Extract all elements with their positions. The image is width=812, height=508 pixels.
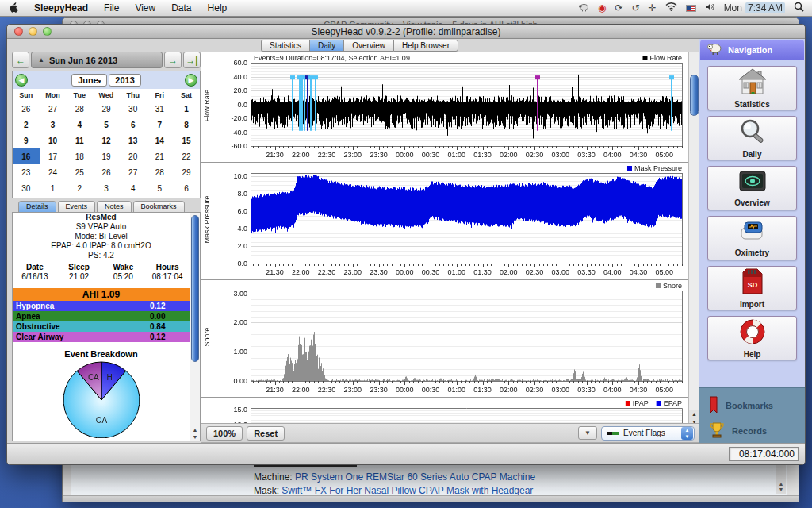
calendar-day[interactable]: 27 xyxy=(120,164,147,180)
volume-icon[interactable] xyxy=(705,2,715,13)
calendar-day[interactable]: 4 xyxy=(66,117,93,133)
nav-button-import[interactable]: SDImport xyxy=(707,266,797,310)
calendar-day[interactable]: 30 xyxy=(13,180,40,196)
calendar-day[interactable]: 16 xyxy=(13,148,40,164)
calendar-day[interactable]: 25 xyxy=(66,164,93,180)
calendar-day[interactable]: 12 xyxy=(93,133,120,148)
menubar-file[interactable]: File xyxy=(97,2,126,13)
snore-chart[interactable] xyxy=(201,280,690,394)
month-select[interactable]: June▾ xyxy=(71,74,107,87)
flow-rate-chart[interactable] xyxy=(201,52,690,159)
sidebar-item-records[interactable]: Records xyxy=(699,418,805,444)
calendar-day[interactable]: 23 xyxy=(13,164,40,180)
menubar-clock[interactable]: Mon 7:34 AM xyxy=(724,2,785,13)
menubar-data[interactable]: Data xyxy=(164,2,198,13)
calendar-day[interactable]: 2 xyxy=(13,117,40,133)
calendar-day[interactable]: 17 xyxy=(40,148,67,164)
calendar-day[interactable]: 7 xyxy=(147,117,174,133)
nav-button-help[interactable]: Help xyxy=(707,316,797,360)
nav-button-overview[interactable]: Overview xyxy=(707,166,797,210)
machine-link[interactable]: PR System One REMStar 60 Series Auto CPA… xyxy=(295,471,535,483)
calendar-day[interactable]: 1 xyxy=(173,101,200,117)
calendar-day[interactable]: 20 xyxy=(120,148,147,164)
calendar-day[interactable]: 26 xyxy=(93,164,120,180)
record-status-icon[interactable]: ◉ xyxy=(598,2,606,13)
calendar-day[interactable]: 28 xyxy=(147,164,174,180)
prev-month-button[interactable]: ◀ xyxy=(15,74,28,87)
calendar-day[interactable]: 5 xyxy=(93,117,120,133)
detail-tab-events[interactable]: Events xyxy=(58,201,96,213)
calendar-day[interactable]: 19 xyxy=(93,148,120,164)
tab-daily[interactable]: Daily xyxy=(309,40,343,52)
keyboard-access-icon[interactable]: ✛ xyxy=(649,2,657,13)
mask-link[interactable]: Swift™ FX For Her Nasal Pillow CPAP Mask… xyxy=(282,485,533,495)
calendar-day[interactable]: 3 xyxy=(93,180,120,196)
chart-scrollbar-thumb[interactable] xyxy=(690,75,699,116)
wifi-icon[interactable] xyxy=(665,2,677,13)
sheep-status-icon[interactable] xyxy=(578,2,589,14)
calendar-day[interactable]: 27 xyxy=(40,101,67,117)
nav-button-statistics[interactable]: Statistics xyxy=(707,66,797,110)
spotlight-icon[interactable] xyxy=(794,2,804,14)
calendar-day[interactable]: 29 xyxy=(93,101,120,117)
input-language-flag-icon[interactable] xyxy=(686,5,696,12)
calendar-day[interactable]: 21 xyxy=(147,148,174,164)
calendar-day[interactable]: 14 xyxy=(147,133,174,148)
graph-dropdown-button[interactable]: ▼ xyxy=(578,426,597,440)
tab-statistics[interactable]: Statistics xyxy=(261,40,309,52)
nav-button-oximetry[interactable]: Oximetry xyxy=(707,216,797,260)
calendar-day[interactable]: 22 xyxy=(173,148,200,164)
snore-panel xyxy=(201,280,699,398)
calendar-day[interactable]: 3 xyxy=(40,117,67,133)
next-day-button[interactable]: → xyxy=(164,52,182,68)
calendar-day[interactable]: 1 xyxy=(40,180,67,196)
chart-scrollbar[interactable]: ▲▼ xyxy=(688,52,699,426)
details-scrollbar-thumb[interactable] xyxy=(191,215,199,362)
app-titlebar[interactable]: SleepyHead v0.9.2-2 (Profile: dmlinparad… xyxy=(7,25,805,39)
calendar-day[interactable]: 15 xyxy=(173,133,200,148)
detail-tab-bookmarks[interactable]: Bookmarks xyxy=(133,201,185,213)
calendar-day[interactable]: 18 xyxy=(66,148,93,164)
prev-day-button[interactable]: ← xyxy=(12,52,29,68)
menubar-app-menu[interactable]: SleepyHead xyxy=(27,2,95,13)
calendar-day[interactable]: 5 xyxy=(147,180,174,196)
calendar-day[interactable]: 13 xyxy=(120,133,147,148)
calendar-day[interactable]: 4 xyxy=(120,180,147,196)
nav-button-daily[interactable]: Daily xyxy=(707,116,797,160)
calendar-day[interactable]: 29 xyxy=(173,164,200,180)
scroll-down-icon[interactable]: ▼ xyxy=(190,434,200,440)
detail-tab-details[interactable]: Details xyxy=(18,201,56,213)
tab-help-browser[interactable]: Help Browser xyxy=(393,40,458,52)
calendar-day[interactable]: 30 xyxy=(120,101,147,117)
calendar-day[interactable]: 10 xyxy=(40,133,67,148)
reset-button[interactable]: Reset xyxy=(247,426,285,441)
detail-tab-notes[interactable]: Notes xyxy=(97,201,132,213)
sidebar-item-bookmarks[interactable]: Bookmarks xyxy=(699,393,805,418)
calendar-day[interactable]: 6 xyxy=(173,180,200,196)
time-machine-icon[interactable]: ↺ xyxy=(632,2,640,13)
year-select[interactable]: 2013 xyxy=(109,74,140,87)
calendar-day[interactable]: 31 xyxy=(147,101,174,117)
scroll-up-icon[interactable]: ▲ xyxy=(190,427,200,433)
calendar-day[interactable]: 2 xyxy=(66,180,93,196)
next-month-button[interactable]: ▶ xyxy=(185,74,197,87)
mask-pressure-chart[interactable] xyxy=(201,163,690,276)
menubar-help[interactable]: Help xyxy=(201,2,235,13)
calendar-day[interactable]: 24 xyxy=(40,164,67,180)
combo-stepper-icon[interactable]: ▲▼ xyxy=(681,427,693,440)
event-flags-combo[interactable]: Event Flags ▲▼ xyxy=(601,426,695,441)
zoom-100-button[interactable]: 100% xyxy=(206,426,243,441)
menubar-view[interactable]: View xyxy=(128,2,163,13)
calendar-day[interactable]: 26 xyxy=(13,101,40,117)
current-date-button[interactable]: ▲ Sun Jun 16 2013 xyxy=(31,52,163,68)
apple-menu-icon[interactable] xyxy=(10,2,19,15)
calendar-day[interactable]: 6 xyxy=(120,117,147,133)
calendar-day[interactable]: 9 xyxy=(13,133,40,148)
calendar-day[interactable]: 28 xyxy=(66,101,93,117)
tab-overview[interactable]: Overview xyxy=(343,40,393,52)
calendar-day[interactable]: 8 xyxy=(173,117,200,133)
latest-day-button[interactable]: →| xyxy=(183,52,201,68)
sync-status-icon[interactable]: ⟳ xyxy=(615,2,622,13)
calendar-day[interactable]: 11 xyxy=(66,133,93,148)
details-scrollbar[interactable]: ▲ ▼ xyxy=(190,213,200,441)
